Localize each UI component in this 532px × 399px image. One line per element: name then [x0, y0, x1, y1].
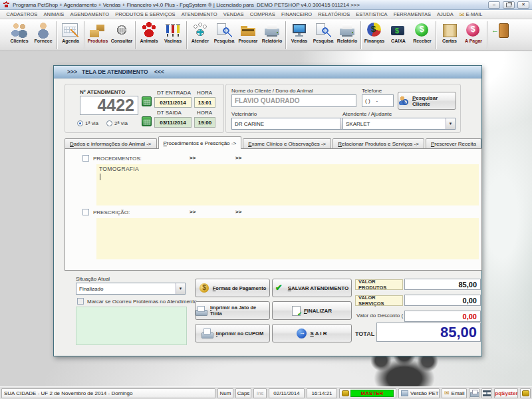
client-name-field[interactable]: FLAVIO QUADRADO	[231, 94, 356, 107]
vet-select[interactable]: DR CARINE ▼	[231, 118, 350, 130]
minimize-button[interactable]	[488, 1, 500, 9]
syringes-icon	[164, 21, 182, 39]
search-client-button[interactable]: Pesquisar Cliente	[398, 92, 456, 110]
search-docs-icon	[314, 21, 332, 39]
application-window: Programa PetShop + Agendamento + Vendas …	[0, 0, 532, 399]
print-receipt-button[interactable]: Imprimir no CUPOM	[195, 324, 270, 342]
menu-vendas[interactable]: VENDAS	[220, 11, 247, 17]
problem-notes-textarea[interactable]	[76, 307, 187, 345]
toolbar-clientes[interactable]: Clientes	[7, 20, 31, 51]
toolbar-pesquisa-2[interactable]: Pesquisa	[311, 20, 335, 51]
status-date: 02/11/2014	[269, 388, 305, 398]
status-location: SUA CIDADE - UF 2 de Novembro de 2014 - …	[1, 388, 215, 398]
prescription-textarea[interactable]	[96, 218, 479, 259]
key-icon	[342, 390, 349, 396]
toolbar-receber[interactable]: Receber	[410, 20, 434, 51]
procedures-arrow-1[interactable]: >>	[190, 155, 196, 161]
tab-procedimentos-prescricao[interactable]: Procedimentos e Prescrição ->	[158, 136, 242, 149]
toolbar-consultar[interactable]: Consultar	[110, 20, 134, 51]
entry-date-field[interactable]: 02/11/2014	[154, 97, 192, 108]
status-time: 16:14:21	[307, 388, 337, 398]
menu-ferramentas[interactable]: FERRAMENTAS	[390, 11, 434, 17]
prescription-checkbox[interactable]	[82, 209, 89, 215]
restore-button[interactable]	[503, 1, 515, 9]
prescription-arrow-2[interactable]: >>	[235, 209, 241, 215]
paw-icon	[140, 21, 158, 39]
toolbar-pesquisa-1[interactable]: Pesquisa	[212, 20, 236, 51]
services-value-field: 0,00	[404, 295, 481, 306]
toolbar-vendas[interactable]: Vendas	[287, 20, 311, 51]
toolbar-relatorio-2[interactable]: Relatório	[335, 20, 359, 51]
toolbar-grip	[2, 22, 7, 49]
toolbar-a-pagar[interactable]: A Pagar	[462, 20, 485, 51]
tab-relacionar-produtos[interactable]: Relacionar Produtos e Serviços ->	[332, 138, 424, 149]
client-fieldset: Nome do Cliente / Dono do Animal FLAVIO …	[225, 84, 461, 133]
key-icon	[522, 390, 529, 396]
menu-compras[interactable]: COMPRAS	[247, 11, 278, 17]
exit-time-field[interactable]: 19:00	[194, 117, 215, 128]
toolbar-exit[interactable]	[489, 20, 513, 51]
menu-animais[interactable]: ANIMAIS	[41, 11, 67, 17]
save-attendance-button[interactable]: SALVAR ATENDIMENTO	[272, 279, 352, 297]
status-brand: FpqSystem	[494, 388, 518, 398]
toolbar-separator	[285, 21, 286, 49]
status-network[interactable]	[481, 388, 492, 398]
procedures-textarea[interactable]: TOMOGRAFIA	[96, 164, 479, 205]
exit-date-field[interactable]: 03/11/2014	[154, 117, 192, 128]
toolbar-atender[interactable]: Atender	[188, 20, 212, 51]
tab-prescrever-receita[interactable]: Prescrever Receita	[426, 138, 481, 149]
status-printer[interactable]	[469, 388, 479, 398]
exit-door-icon	[491, 21, 510, 39]
situation-select[interactable]: Finalizado ▼	[76, 283, 186, 295]
printer-icon	[263, 21, 281, 39]
print-inkjet-button[interactable]: Imprimir na Jato de Tinta	[195, 301, 270, 320]
menu-cadastros[interactable]: CADASTROS	[3, 11, 41, 17]
toolbar-vacinas[interactable]: Vacinas	[161, 20, 185, 51]
entry-calendar-button[interactable]	[142, 96, 152, 106]
toolbar-relatorio-1[interactable]: Relatório	[260, 20, 284, 51]
menu-ajuda[interactable]: AJUDA	[434, 11, 456, 17]
status-email[interactable]: Email	[442, 388, 467, 398]
via2-radio[interactable]	[106, 120, 112, 126]
entry-time-field[interactable]: 13:01	[194, 97, 215, 108]
procedures-arrow-2[interactable]: >>	[235, 155, 241, 161]
procedures-checkbox[interactable]	[82, 155, 89, 162]
monitor-icon	[290, 21, 309, 39]
attendance-number-field[interactable]: 4422	[80, 96, 138, 115]
menu-financeiro[interactable]: FINANCEIRO	[278, 11, 315, 17]
menu-atendimento[interactable]: ATENDIMENTO	[178, 11, 220, 17]
exit-calendar-button[interactable]	[142, 116, 152, 126]
prescription-arrow-1[interactable]: >>	[190, 209, 196, 215]
close-button[interactable]	[517, 1, 529, 9]
toolbar-separator	[360, 21, 361, 49]
finish-button[interactable]: FINALIZAR	[272, 301, 352, 320]
toolbar-caixa[interactable]: CAIXA	[386, 20, 410, 51]
network-icon	[483, 390, 491, 396]
exit-button[interactable]: S A I R	[272, 324, 352, 342]
tab-exame-clinico[interactable]: Exame Clínico e Observações ->	[243, 138, 331, 149]
toolbar-procurar[interactable]: Procurar	[236, 20, 260, 51]
menu-agendamento[interactable]: AGENDAMENTO	[67, 11, 112, 17]
menu-produtos-servicos[interactable]: PRODUTOS E SERVIÇOS	[112, 11, 178, 17]
payment-button[interactable]: Formas de Pagamento	[195, 279, 270, 297]
tab-dados-animal[interactable]: Dados e informações do Animal ->	[65, 138, 157, 149]
toolbar-agenda[interactable]: Agenda	[59, 20, 82, 51]
toolbar-financas[interactable]: Finanças	[362, 20, 386, 51]
via1-radio[interactable]	[77, 120, 83, 126]
menu-estatistica[interactable]: ESTATISTICA	[353, 11, 390, 17]
assistant-select[interactable]: SKARLET ▼	[342, 118, 456, 130]
menu-email[interactable]: E-MAIL	[456, 11, 485, 18]
toolbar-cartas[interactable]: Cartas	[438, 20, 462, 51]
total-value-field: 85,00	[376, 323, 481, 342]
menu-relatorios[interactable]: RELATÓRIOS	[315, 11, 353, 17]
status-key2	[520, 388, 531, 398]
toolbar-animais[interactable]: Animais	[137, 20, 161, 51]
products-value-field: 85,00	[404, 279, 481, 290]
printer-icon	[338, 21, 356, 39]
problem-checkbox[interactable]	[77, 298, 84, 305]
toolbar-produtos[interactable]: Produtos	[86, 20, 110, 51]
entry-date-label: DT ENTRADA	[157, 90, 191, 96]
toolbar-separator	[487, 21, 487, 49]
toolbar-fornece[interactable]: Fornece	[31, 20, 55, 51]
phone-field[interactable]: ( ) -	[362, 94, 394, 107]
